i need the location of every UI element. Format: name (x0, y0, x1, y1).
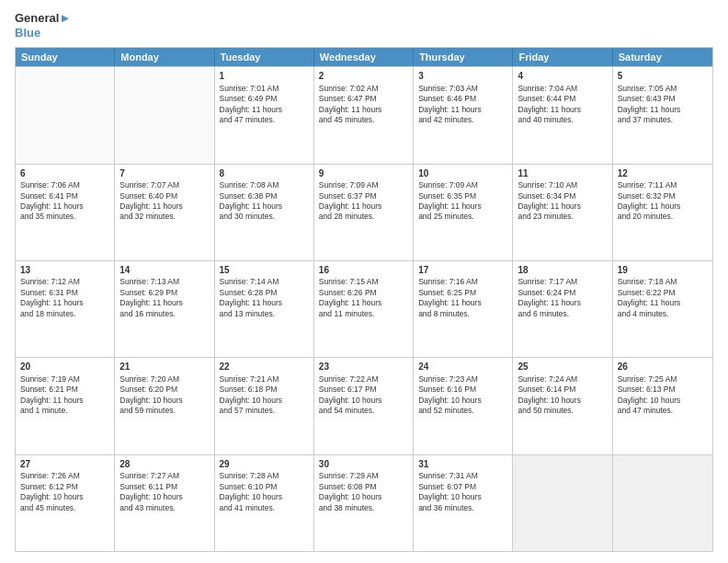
cal-cell: 16Sunrise: 7:15 AM Sunset: 6:26 PM Dayli… (314, 261, 414, 357)
logo-text: General► Blue (15, 11, 71, 40)
cal-cell: 11Sunrise: 7:10 AM Sunset: 6:34 PM Dayli… (513, 165, 612, 260)
day-number: 20 (20, 361, 109, 373)
cell-info: Sunrise: 7:20 AM Sunset: 6:20 PM Dayligh… (119, 374, 209, 417)
cell-info: Sunrise: 7:17 AM Sunset: 6:24 PM Dayligh… (518, 277, 607, 319)
cell-info: Sunrise: 7:22 AM Sunset: 6:17 PM Dayligh… (319, 374, 408, 417)
cell-info: Sunrise: 7:02 AM Sunset: 6:47 PM Dayligh… (319, 84, 408, 126)
cal-cell: 4Sunrise: 7:04 AM Sunset: 6:44 PM Daylig… (513, 67, 612, 163)
day-number: 23 (319, 361, 408, 373)
header-cell-monday: Monday (115, 48, 214, 66)
page: General► Blue SundayMondayTuesdayWednesd… (0, 0, 728, 563)
header-cell-tuesday: Tuesday (215, 48, 314, 66)
cal-cell (513, 455, 612, 551)
cell-info: Sunrise: 7:12 AM Sunset: 6:31 PM Dayligh… (20, 277, 109, 319)
calendar-row-3: 20Sunrise: 7:19 AM Sunset: 6:21 PM Dayli… (16, 357, 712, 454)
cell-info: Sunrise: 7:09 AM Sunset: 6:37 PM Dayligh… (319, 180, 408, 223)
day-number: 29 (220, 458, 309, 471)
day-number: 4 (518, 70, 607, 83)
calendar-row-1: 6Sunrise: 7:06 AM Sunset: 6:41 PM Daylig… (16, 164, 712, 260)
cell-info: Sunrise: 7:03 AM Sunset: 6:46 PM Dayligh… (418, 84, 507, 126)
day-number: 9 (319, 167, 408, 180)
cal-cell: 12Sunrise: 7:11 AM Sunset: 6:32 PM Dayli… (613, 165, 712, 260)
day-number: 6 (20, 167, 109, 180)
cell-info: Sunrise: 7:25 AM Sunset: 6:13 PM Dayligh… (618, 374, 708, 417)
cell-info: Sunrise: 7:04 AM Sunset: 6:44 PM Dayligh… (518, 84, 607, 126)
cal-cell: 24Sunrise: 7:23 AM Sunset: 6:16 PM Dayli… (414, 358, 513, 454)
day-number: 15 (220, 264, 309, 277)
cal-cell: 26Sunrise: 7:25 AM Sunset: 6:13 PM Dayli… (613, 358, 712, 454)
cal-cell: 8Sunrise: 7:08 AM Sunset: 6:38 PM Daylig… (215, 165, 314, 260)
day-number: 31 (418, 458, 507, 471)
cell-info: Sunrise: 7:07 AM Sunset: 6:40 PM Dayligh… (119, 180, 209, 223)
calendar-body: 1Sunrise: 7:01 AM Sunset: 6:49 PM Daylig… (16, 66, 712, 551)
day-number: 17 (418, 264, 507, 277)
cal-cell (115, 67, 214, 163)
cell-info: Sunrise: 7:15 AM Sunset: 6:26 PM Dayligh… (319, 277, 408, 319)
header-cell-sunday: Sunday (16, 48, 115, 66)
day-number: 7 (119, 167, 209, 180)
cell-info: Sunrise: 7:21 AM Sunset: 6:18 PM Dayligh… (220, 374, 309, 417)
cal-cell: 23Sunrise: 7:22 AM Sunset: 6:17 PM Dayli… (314, 358, 414, 454)
calendar-row-4: 27Sunrise: 7:26 AM Sunset: 6:12 PM Dayli… (16, 454, 712, 551)
cal-cell: 22Sunrise: 7:21 AM Sunset: 6:18 PM Dayli… (215, 358, 314, 454)
cell-info: Sunrise: 7:08 AM Sunset: 6:38 PM Dayligh… (220, 180, 309, 223)
cell-info: Sunrise: 7:10 AM Sunset: 6:34 PM Dayligh… (518, 180, 607, 223)
day-number: 16 (319, 264, 408, 277)
day-number: 3 (418, 70, 507, 83)
day-number: 24 (418, 361, 507, 373)
cell-info: Sunrise: 7:23 AM Sunset: 6:16 PM Dayligh… (418, 374, 507, 417)
day-number: 18 (518, 264, 607, 277)
cell-info: Sunrise: 7:09 AM Sunset: 6:35 PM Dayligh… (418, 180, 507, 223)
day-number: 19 (618, 264, 708, 277)
day-number: 22 (220, 361, 309, 373)
day-number: 12 (618, 167, 708, 180)
cell-info: Sunrise: 7:13 AM Sunset: 6:29 PM Dayligh… (119, 277, 209, 319)
cal-cell: 5Sunrise: 7:05 AM Sunset: 6:43 PM Daylig… (613, 67, 712, 163)
cell-info: Sunrise: 7:11 AM Sunset: 6:32 PM Dayligh… (618, 180, 708, 223)
calendar-header: SundayMondayTuesdayWednesdayThursdayFrid… (16, 48, 712, 66)
cal-cell: 28Sunrise: 7:27 AM Sunset: 6:11 PM Dayli… (115, 455, 214, 551)
cell-info: Sunrise: 7:18 AM Sunset: 6:22 PM Dayligh… (618, 277, 708, 319)
cal-cell: 1Sunrise: 7:01 AM Sunset: 6:49 PM Daylig… (215, 67, 314, 163)
cal-cell: 25Sunrise: 7:24 AM Sunset: 6:14 PM Dayli… (513, 358, 612, 454)
cell-info: Sunrise: 7:26 AM Sunset: 6:12 PM Dayligh… (20, 471, 109, 513)
day-number: 11 (518, 167, 607, 180)
cell-info: Sunrise: 7:24 AM Sunset: 6:14 PM Dayligh… (518, 374, 607, 417)
cal-cell: 27Sunrise: 7:26 AM Sunset: 6:12 PM Dayli… (16, 455, 115, 551)
day-number: 1 (220, 70, 309, 83)
cell-info: Sunrise: 7:29 AM Sunset: 6:08 PM Dayligh… (319, 471, 408, 513)
cal-cell: 30Sunrise: 7:29 AM Sunset: 6:08 PM Dayli… (314, 455, 414, 551)
day-number: 30 (319, 458, 408, 471)
day-number: 25 (518, 361, 607, 373)
cal-cell: 2Sunrise: 7:02 AM Sunset: 6:47 PM Daylig… (314, 67, 414, 163)
day-number: 27 (20, 458, 109, 471)
day-number: 28 (119, 458, 209, 471)
cell-info: Sunrise: 7:31 AM Sunset: 6:07 PM Dayligh… (418, 471, 507, 513)
header: General► Blue (15, 11, 713, 40)
cal-cell: 20Sunrise: 7:19 AM Sunset: 6:21 PM Dayli… (16, 358, 115, 454)
day-number: 21 (119, 361, 209, 373)
day-number: 26 (618, 361, 708, 373)
day-number: 2 (319, 70, 408, 83)
cal-cell: 15Sunrise: 7:14 AM Sunset: 6:28 PM Dayli… (215, 261, 314, 357)
cal-cell: 31Sunrise: 7:31 AM Sunset: 6:07 PM Dayli… (414, 455, 513, 551)
header-cell-friday: Friday (513, 48, 612, 66)
logo: General► Blue (15, 11, 71, 40)
cal-cell: 19Sunrise: 7:18 AM Sunset: 6:22 PM Dayli… (613, 261, 712, 357)
cal-cell: 13Sunrise: 7:12 AM Sunset: 6:31 PM Dayli… (16, 261, 115, 357)
cell-info: Sunrise: 7:27 AM Sunset: 6:11 PM Dayligh… (119, 471, 209, 513)
cal-cell: 14Sunrise: 7:13 AM Sunset: 6:29 PM Dayli… (115, 261, 214, 357)
day-number: 5 (618, 70, 708, 83)
cal-cell: 18Sunrise: 7:17 AM Sunset: 6:24 PM Dayli… (513, 261, 612, 357)
cell-info: Sunrise: 7:14 AM Sunset: 6:28 PM Dayligh… (220, 277, 309, 319)
cell-info: Sunrise: 7:06 AM Sunset: 6:41 PM Dayligh… (20, 180, 109, 223)
day-number: 13 (20, 264, 109, 277)
cell-info: Sunrise: 7:19 AM Sunset: 6:21 PM Dayligh… (20, 374, 109, 417)
day-number: 10 (418, 167, 507, 180)
cell-info: Sunrise: 7:05 AM Sunset: 6:43 PM Dayligh… (618, 84, 708, 126)
cal-cell: 17Sunrise: 7:16 AM Sunset: 6:25 PM Dayli… (414, 261, 513, 357)
header-cell-saturday: Saturday (613, 48, 712, 66)
cal-cell: 29Sunrise: 7:28 AM Sunset: 6:10 PM Dayli… (215, 455, 314, 551)
cell-info: Sunrise: 7:28 AM Sunset: 6:10 PM Dayligh… (220, 471, 309, 513)
calendar-row-2: 13Sunrise: 7:12 AM Sunset: 6:31 PM Dayli… (16, 260, 712, 357)
